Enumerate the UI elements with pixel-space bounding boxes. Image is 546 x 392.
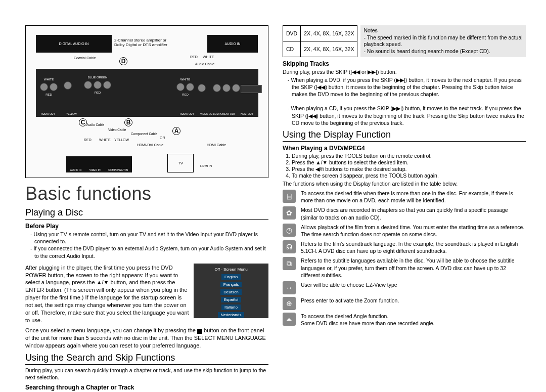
amp-audio-in: AUDIO IN	[207, 35, 258, 53]
heading-playing-disc: Playing a Disc	[25, 207, 268, 220]
skipping-line-1: During play, press the SKIP (|◀◀ or ▶▶|)…	[283, 68, 526, 75]
label-white-2: WHITE	[99, 138, 111, 142]
func-title: ⌸ To access the desired title when there…	[283, 190, 526, 204]
subtitle-icon: ⧉	[283, 257, 296, 270]
amp-label: 2-Channel stereo amplifier or Dolby Digi…	[114, 38, 170, 48]
skipping-dvd: - When playing a DVD, if you press the S…	[288, 76, 526, 98]
letter-b: B	[124, 118, 132, 126]
before-play-item-1: - Using your TV s remote control, turn o…	[30, 231, 268, 245]
amp-digital-in: DIGITAL AUDIO IN	[36, 35, 112, 53]
ezview-icon: ↔	[283, 281, 296, 294]
notes-box: Notes - The speed marked in this functio…	[360, 25, 526, 57]
heading-dvd-mpeg4: When Playing a DVD/MPEG4	[283, 145, 526, 152]
tv-box: TV	[167, 154, 194, 172]
title-icon: ⌸	[283, 190, 296, 203]
audio-icon: ☊	[283, 240, 296, 253]
label-white: WHITE	[203, 55, 214, 59]
label-audio-cable: Audio Cable	[195, 62, 214, 66]
letter-c: C	[79, 118, 87, 126]
label-red-2: RED	[84, 138, 92, 142]
tv-connectors: AUDIO IN VIDEO IN COMPONENT IN	[66, 156, 132, 172]
connection-diagram: DIGITAL AUDIO IN 2-Channel stereo amplif…	[25, 25, 268, 178]
label-red: RED	[190, 55, 198, 59]
func-zoom: ⊕ Press enter to activate the Zoom funct…	[283, 297, 526, 310]
label-or: OR	[160, 136, 165, 140]
heading-display-function: Using the Display Function	[283, 129, 526, 142]
func-subtitle: ⧉ Refers to the subtitle languages avail…	[283, 257, 526, 279]
func-audio: ☊ Refers to the film's soundtrack langua…	[283, 240, 526, 254]
before-play-item-2: - If you connected the DVD player to an …	[30, 245, 268, 259]
search-intro: During play, you can search quickly thro…	[25, 367, 268, 381]
angle-icon: ⏶	[283, 313, 296, 326]
player-back-panel: WHITE RED BLUE GREEN RED WHITE RED	[36, 69, 258, 117]
skipping-cd: - When playing a CD, if you press the SK…	[288, 105, 526, 126]
label-hdmi-cable: HDMI Cable	[207, 143, 226, 147]
heading-before-play: Before Play	[25, 223, 268, 230]
display-steps: During play, press the TOOLS button on t…	[283, 153, 526, 179]
label-hdmi-dvi: HDMI-DVI Cable	[137, 143, 163, 147]
osd-screenshot: Off - Screen Menu English Français Deuts…	[194, 264, 268, 318]
func-ezview: ↔ User will be able to choose EZ-View ty…	[283, 281, 526, 294]
label-component-cable: Component Cable	[131, 132, 157, 136]
playing-para-2: Once you select a menu language, you can…	[25, 327, 268, 350]
func-angle: ⏶ To access the desired Angle function. …	[283, 313, 526, 327]
heading-searching: Searching through a Chapter or Track	[25, 384, 268, 391]
zoom-icon: ⊕	[283, 297, 296, 310]
label-audio-cable-2: Audio Cable	[86, 123, 104, 126]
letter-a: A	[172, 127, 180, 135]
label-coaxial: Coaxial Cable	[74, 56, 96, 60]
label-video-cable: Video Cable	[108, 128, 126, 132]
speed-table: DVD2X, 4X, 8X, 16X, 32X CD2X, 4X, 8X, 16…	[283, 25, 357, 57]
heading-skipping: Skipping Tracks	[283, 60, 526, 67]
display-intro: The functions when using the Display fun…	[283, 180, 526, 187]
letter-d: D	[119, 57, 127, 65]
label-yellow-2: YELLOW	[114, 138, 129, 142]
func-chapter: ✿ Most DVD discs are recorded in chapter…	[283, 206, 526, 221]
time-icon: ◷	[283, 224, 296, 237]
heading-search-skip: Using the Search and Skip Functions	[25, 353, 268, 365]
stop-icon	[197, 329, 202, 334]
section-title: Basic functions	[25, 183, 268, 204]
chapter-icon: ✿	[283, 206, 296, 220]
func-time: ◷ Allows playback of the film from a des…	[283, 224, 526, 238]
